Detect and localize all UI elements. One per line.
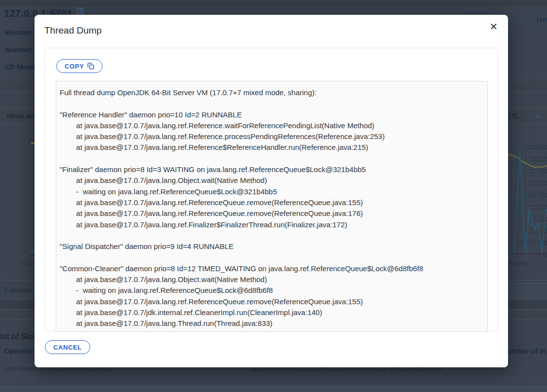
copy-button[interactable]: COPY — [56, 59, 103, 73]
dump-container: COPY Full thread dump OpenJDK 64-Bit Ser… — [44, 48, 498, 331]
thread-dump-modal: Thread Dump ✕ COPY Full thread dump Open… — [35, 15, 508, 367]
thread-dump-text: Full thread dump OpenJDK 64-Bit Server V… — [56, 81, 487, 332]
app-root: 127.0.0.1:5701 Member Number CP Memb THR… — [0, 0, 547, 392]
cancel-button[interactable]: CANCEL — [45, 340, 90, 354]
copy-button-label: COPY — [65, 63, 84, 70]
copy-icon — [87, 63, 94, 70]
thread-dump-textarea[interactable]: Full thread dump OpenJDK 64-Bit Server V… — [56, 81, 488, 332]
modal-title: Thread Dump — [44, 25, 102, 36]
close-icon[interactable]: ✕ — [486, 19, 501, 34]
cancel-button-label: CANCEL — [53, 344, 82, 351]
